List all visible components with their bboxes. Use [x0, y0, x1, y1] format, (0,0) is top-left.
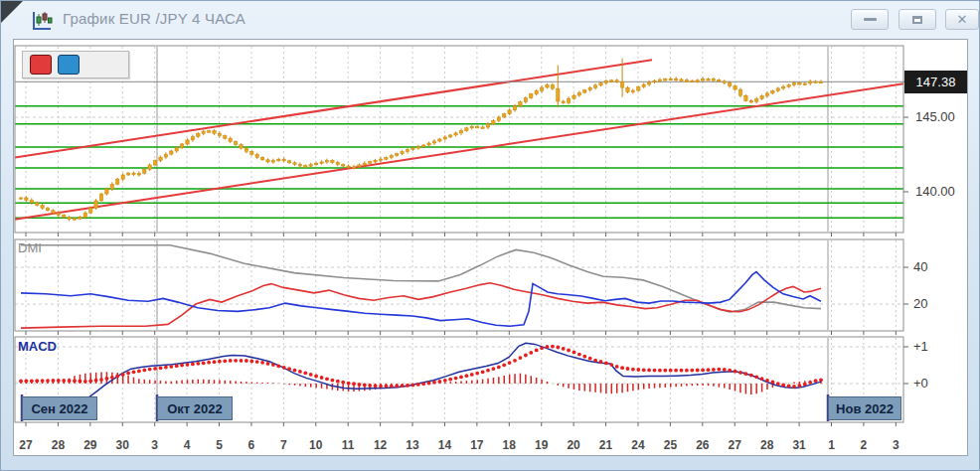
macd-signal-dot	[137, 370, 141, 374]
candle-body	[814, 81, 817, 83]
candle-body	[121, 175, 124, 179]
buy-button[interactable]	[58, 55, 80, 75]
candle-body	[396, 154, 399, 156]
candle-body	[148, 165, 151, 169]
candle-body	[723, 81, 726, 83]
macd-signal-dot	[819, 378, 823, 382]
candle-body	[271, 161, 274, 163]
close-button[interactable]: ✕	[945, 9, 979, 30]
candle-body	[260, 157, 263, 160]
candle-body	[765, 93, 768, 96]
candle-body	[298, 164, 301, 166]
candle-body	[680, 79, 683, 81]
macd-signal-dot	[126, 372, 130, 376]
macd-signal-dot	[626, 367, 630, 371]
macd-signal-dot	[524, 354, 528, 358]
macd-signal-dot	[707, 368, 711, 372]
macd-signal-dot	[792, 385, 796, 389]
candle-body	[83, 213, 86, 218]
macd-signal-dot	[374, 384, 378, 388]
candle-body	[385, 158, 388, 160]
candle-body	[427, 143, 430, 145]
sell-button[interactable]	[30, 55, 52, 75]
candle-body	[99, 194, 102, 201]
candle-body	[213, 131, 216, 134]
candle-body	[546, 84, 549, 87]
macd-signal-dot	[723, 368, 727, 372]
macd-signal-dot	[83, 380, 87, 384]
candle-body	[535, 90, 538, 93]
macd-signal-dot	[674, 369, 678, 373]
macd-signal-dot	[341, 381, 345, 385]
candle-body	[255, 154, 258, 157]
candle-body	[749, 100, 752, 102]
candle-body	[524, 98, 527, 102]
macd-signal-dot	[443, 379, 447, 383]
quick-trade-toolbar	[22, 51, 129, 78]
chart-canvas[interactable]	[1, 1, 980, 471]
macd-signal-dot	[379, 385, 383, 389]
candle-body	[320, 162, 323, 164]
macd-signal-dot	[164, 366, 168, 370]
candle-body	[282, 159, 285, 161]
candle-body	[234, 141, 237, 144]
candle-body	[277, 159, 280, 161]
macd-signal-dot	[52, 379, 56, 383]
macd-signal-dot	[475, 372, 479, 376]
candle-body	[363, 163, 366, 165]
candle-body	[577, 92, 580, 95]
macd-signal-dot	[508, 361, 512, 365]
candle-body	[620, 81, 623, 87]
macd-signal-dot	[105, 377, 109, 381]
macd-signal-dot	[492, 367, 496, 371]
candle-body	[358, 165, 361, 167]
candle-body	[202, 131, 205, 133]
candle-body	[481, 127, 484, 129]
macd-signal-dot	[760, 377, 764, 381]
macd-signal-dot	[734, 370, 737, 374]
macd-signal-dot	[94, 379, 98, 383]
macd-main-line	[21, 343, 821, 403]
minimize-button[interactable]	[851, 9, 889, 30]
candle-body	[438, 139, 441, 141]
macd-signal-dot	[234, 359, 238, 363]
macd-signal-dot	[572, 351, 576, 355]
titlebar[interactable]: График EUR /JPY 4 ЧАСА ✕	[1, 1, 979, 37]
candle-body	[186, 140, 189, 144]
macd-signal-dot	[701, 369, 705, 373]
candle-body	[465, 128, 468, 131]
candle-body	[653, 80, 656, 82]
macd-signal-dot	[148, 368, 152, 372]
candle-body	[46, 208, 49, 211]
maximize-button[interactable]	[898, 9, 936, 30]
macd-signal-dot	[395, 385, 399, 389]
macd-signal-dot	[79, 380, 82, 384]
panel-border	[15, 46, 903, 233]
macd-signal-dot	[331, 379, 335, 383]
macd-signal-dot	[696, 369, 700, 373]
macd-signal-dot	[153, 367, 157, 371]
macd-signal-dot	[744, 372, 748, 376]
macd-signal-dot	[599, 360, 603, 364]
macd-signal-dot	[266, 362, 270, 366]
candle-body	[626, 87, 629, 92]
macd-signal-dot	[470, 373, 474, 377]
macd-signal-dot	[642, 368, 646, 372]
candle-body	[567, 98, 570, 102]
macd-signal-dot	[282, 366, 286, 370]
macd-signal-dot	[556, 346, 560, 350]
macd-signal-dot	[535, 349, 539, 353]
candle-body	[153, 161, 156, 165]
candle-body	[110, 184, 113, 189]
candle-body	[175, 148, 178, 151]
candle-body	[30, 200, 33, 203]
macd-signal-dot	[245, 359, 248, 363]
candle-body	[787, 85, 790, 87]
candle-body	[637, 86, 640, 90]
macd-signal-dot	[385, 385, 389, 389]
candle-body	[593, 85, 596, 87]
macd-signal-dot	[30, 379, 34, 383]
macd-signal-dot	[712, 368, 716, 372]
candle-body	[73, 219, 76, 221]
macd-signal-dot	[653, 369, 657, 373]
